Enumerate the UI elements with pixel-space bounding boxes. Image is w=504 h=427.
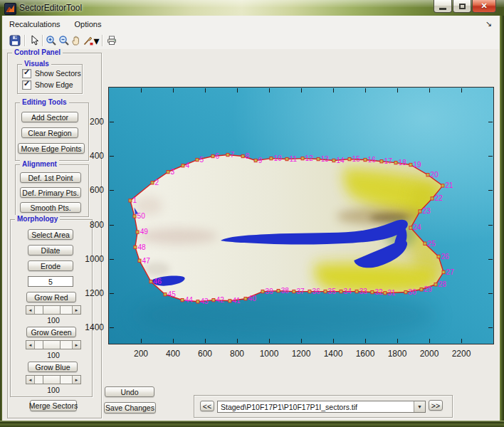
title-bar[interactable]: SectorEditorTool ✕ <box>0 0 504 16</box>
edge-point-marker[interactable] <box>196 158 199 161</box>
slider-right-arrow-icon[interactable]: ► <box>72 306 80 314</box>
edge-point-marker[interactable] <box>404 290 407 293</box>
edge-point-marker[interactable] <box>181 298 184 301</box>
grow-green-button[interactable]: Grow Green <box>26 327 76 337</box>
edge-point-marker[interactable] <box>420 288 423 291</box>
add-sector-button[interactable]: Add Sector <box>21 112 78 122</box>
show-edge-checkbox[interactable]: ✓ Show Edge <box>22 80 73 90</box>
slider-right-arrow-icon[interactable]: ► <box>72 341 80 349</box>
pan-hand-icon[interactable] <box>70 34 83 47</box>
edge-point-marker[interactable] <box>151 181 154 184</box>
slider-thumb[interactable] <box>43 341 61 349</box>
save-icon[interactable] <box>9 34 21 47</box>
edge-point-marker[interactable] <box>136 231 139 233</box>
seed-image[interactable]: 1234567891011121314151617181920212223242… <box>109 88 493 344</box>
edge-point-marker[interactable] <box>196 300 199 303</box>
edge-point-marker[interactable] <box>241 154 244 157</box>
edge-point-marker[interactable] <box>301 157 304 159</box>
edge-point-marker[interactable] <box>442 270 445 273</box>
edge-point-marker[interactable] <box>226 153 229 156</box>
edge-point-marker[interactable] <box>426 174 429 176</box>
prev-file-button[interactable]: << <box>200 401 214 411</box>
show-sectors-checkbox[interactable]: ✓ Show Sectors <box>22 68 81 78</box>
edge-point-marker[interactable] <box>437 255 440 258</box>
pointer-icon[interactable] <box>28 34 41 47</box>
edge-point-marker[interactable] <box>332 159 335 162</box>
edge-point-marker[interactable] <box>340 290 342 292</box>
edge-point-marker[interactable] <box>371 290 374 293</box>
edge-point-marker[interactable] <box>167 170 169 173</box>
grow-green-slider[interactable]: ◄ ► <box>26 340 81 349</box>
edge-point-marker[interactable] <box>277 289 280 292</box>
edge-point-marker[interactable] <box>229 300 231 302</box>
zoom-out-icon[interactable] <box>58 34 70 47</box>
clear-region-button[interactable]: Clear Region <box>21 127 78 138</box>
edge-point-marker[interactable] <box>261 290 264 292</box>
edge-point-marker[interactable] <box>384 292 387 295</box>
edge-point-marker[interactable] <box>182 164 184 167</box>
merge-sectors-button[interactable]: Merge Sectors <box>30 400 77 411</box>
maximize-button[interactable] <box>453 0 471 13</box>
edge-point-marker[interactable] <box>434 283 437 286</box>
edge-point-marker[interactable] <box>285 157 288 160</box>
edge-point-marker[interactable] <box>355 290 358 292</box>
edge-point-marker[interactable] <box>134 246 137 248</box>
edge-point-marker[interactable] <box>348 157 351 160</box>
edge-point-marker[interactable] <box>441 184 444 187</box>
save-changes-button[interactable]: Save Changes <box>104 402 156 413</box>
edge-point-marker[interactable] <box>409 163 412 166</box>
erode-size-field[interactable]: 5 <box>28 276 73 287</box>
checkbox-box[interactable]: ✓ <box>22 80 31 90</box>
dilate-button[interactable]: Dilate <box>28 245 73 255</box>
undo-button[interactable]: Undo <box>105 386 154 397</box>
erode-button[interactable]: Erode <box>28 260 73 271</box>
zoom-in-icon[interactable] <box>45 34 58 47</box>
edge-point-marker[interactable] <box>431 197 434 200</box>
edge-point-marker[interactable] <box>211 154 214 157</box>
edge-point-marker[interactable] <box>419 210 421 213</box>
edge-point-marker[interactable] <box>324 290 327 292</box>
def-1st-point-button[interactable]: Def. 1st Point <box>20 172 81 183</box>
grow-red-button[interactable]: Grow Red <box>26 292 76 302</box>
brush-dropdown-icon[interactable]: ▾ <box>93 34 100 47</box>
edge-point-marker[interactable] <box>293 290 295 292</box>
edge-point-marker[interactable] <box>270 157 273 159</box>
edge-point-marker[interactable] <box>380 160 383 163</box>
edge-point-marker[interactable] <box>133 215 136 218</box>
edge-point-marker[interactable] <box>138 259 141 262</box>
select-area-button[interactable]: Select Area <box>28 229 73 240</box>
slider-thumb[interactable] <box>43 306 61 314</box>
slider-thumb[interactable] <box>43 376 61 384</box>
edge-point-marker[interactable] <box>424 242 426 245</box>
print-icon[interactable] <box>105 34 118 47</box>
minimize-button[interactable] <box>434 0 452 13</box>
menu-options[interactable]: Options <box>68 17 109 31</box>
grow-red-slider[interactable]: ◄ ► <box>26 305 81 315</box>
slider-left-arrow-icon[interactable]: ◄ <box>26 306 35 314</box>
edge-point-marker[interactable] <box>244 297 247 300</box>
edge-point-marker[interactable] <box>164 293 167 296</box>
edge-point-marker[interactable] <box>409 226 412 229</box>
edge-point-marker[interactable] <box>149 280 152 283</box>
grow-blue-button[interactable]: Grow Blue <box>28 362 78 372</box>
edge-point-marker[interactable] <box>254 159 257 162</box>
def-primary-pts-button[interactable]: Def. Primary Pts. <box>20 187 81 198</box>
grow-blue-slider[interactable]: ◄ ► <box>26 375 81 384</box>
slider-left-arrow-icon[interactable]: ◄ <box>26 376 35 384</box>
edge-point-marker[interactable] <box>394 161 397 164</box>
next-file-button[interactable]: >> <box>429 400 443 411</box>
edge-point-marker[interactable] <box>317 157 320 160</box>
edge-point-marker[interactable] <box>212 298 215 301</box>
edge-point-marker[interactable] <box>308 290 311 292</box>
slider-left-arrow-icon[interactable]: ◄ <box>26 341 35 349</box>
edge-point-marker[interactable] <box>129 199 132 202</box>
smooth-pts-button[interactable]: Smooth Pts. <box>20 202 81 213</box>
close-button[interactable]: ✕ <box>472 0 496 13</box>
edge-point-marker[interactable] <box>364 158 367 161</box>
dropdown-arrow-icon[interactable]: ▼ <box>414 401 425 412</box>
dock-arrow-icon[interactable]: ↘ <box>485 19 492 28</box>
menu-recalculations[interactable]: Recalculations <box>2 17 68 31</box>
checkbox-box[interactable]: ✓ <box>22 69 31 78</box>
plot-area[interactable]: 1234567891011121314151617181920212223242… <box>108 87 494 344</box>
file-dropdown[interactable]: Staged\P10F17P1\P10F17P1I_sectors.tif ▼ <box>217 401 426 413</box>
